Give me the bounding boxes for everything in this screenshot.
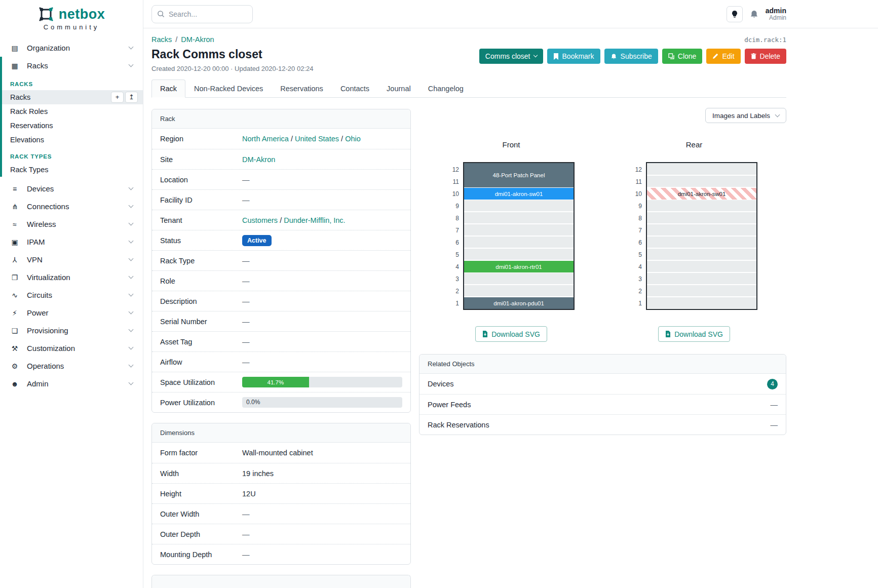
delete-button[interactable]: Delete [745, 49, 786, 64]
breadcrumb-link[interactable]: Racks [151, 35, 172, 44]
brand-logo[interactable]: netbox Community [0, 6, 143, 31]
rack-slot-empty[interactable] [464, 224, 574, 236]
rack-slot-empty[interactable] [647, 272, 756, 285]
rack-slot-empty[interactable] [464, 200, 574, 212]
sidebar-item-virtualization[interactable]: ❐Virtualization [0, 268, 143, 286]
edit-button[interactable]: Edit [706, 49, 740, 64]
clone-button[interactable]: Clone [662, 49, 703, 64]
search-box[interactable] [151, 5, 253, 23]
rear-label: Rear [686, 140, 703, 149]
attr-row: Serial Number— [152, 311, 410, 331]
attr-link[interactable]: North America [242, 135, 289, 143]
sidebar-item-rack-roles[interactable]: Rack Roles [2, 104, 143, 119]
import-button[interactable]: ↥ [125, 92, 138, 103]
related-object-row[interactable]: Rack Reservations— [419, 414, 786, 435]
front-label: Front [502, 140, 520, 149]
rack-slot-empty[interactable] [647, 212, 756, 224]
attr-link[interactable]: Customers [242, 216, 278, 224]
rack-device-48-port-patch-panel[interactable]: 48-Port Patch Panel [464, 163, 574, 187]
attr-link[interactable]: Dunder-Mifflin, Inc. [284, 216, 345, 224]
rack-slot-empty[interactable] [647, 297, 756, 309]
sidebar-item-devices[interactable]: ≡Devices [0, 180, 143, 198]
sidebar-item-label: Provisioning [27, 326, 68, 335]
sidebar-item-racks[interactable]: Racks+↥ [2, 90, 143, 104]
attr-label: Region [160, 135, 242, 143]
attr-label: Rack Type [160, 257, 242, 265]
sidebar-item-wireless[interactable]: ≈Wireless [0, 215, 143, 233]
rack-slot-empty[interactable] [464, 272, 574, 285]
breadcrumb-link[interactable]: DM-Akron [181, 35, 214, 44]
rear-rack-frame: dmi01-akron-sw01 [646, 162, 757, 310]
search-input[interactable] [169, 10, 240, 18]
attr-label: Description [160, 297, 242, 305]
rack-panel: Rack RegionNorth America / United States… [151, 109, 411, 413]
ipam-icon: ▣ [10, 238, 19, 246]
sidebar-item-elevations[interactable]: Elevations [2, 133, 143, 147]
tab-non-racked-devices[interactable]: Non-Racked Devices [185, 80, 272, 98]
related-object-row[interactable]: Devices4 [419, 374, 786, 394]
rack-slot-empty[interactable] [464, 248, 574, 260]
rack-device-dmi01-akron-pdu01[interactable]: dmi01-akron-pdu01 [464, 297, 574, 309]
sidebar-item-provisioning[interactable]: ❏Provisioning [0, 322, 143, 339]
tab-rack[interactable]: Rack [151, 80, 185, 98]
rack-device-dmi01-akron-rtr01[interactable]: dmi01-akron-rtr01 [464, 260, 574, 272]
download-svg-front-button[interactable]: Download SVG [475, 326, 547, 342]
sidebar-item-power[interactable]: ⚡Power [0, 304, 143, 322]
lightbulb-icon [731, 10, 738, 18]
rear-unit-numbers: 121110987654321 [631, 162, 642, 310]
subscribe-button[interactable]: Subscribe [604, 49, 658, 64]
rack-slot-empty[interactable] [647, 200, 756, 212]
view-select-button[interactable]: Comms closet [479, 49, 543, 64]
tab-reservations[interactable]: Reservations [272, 80, 332, 98]
rack-slot-empty[interactable] [647, 260, 756, 272]
tab-contacts[interactable]: Contacts [332, 80, 378, 98]
sidebar-item-customization[interactable]: ⚒Customization [0, 339, 143, 357]
chevron-down-icon [533, 53, 537, 57]
add-button[interactable]: + [111, 92, 124, 103]
sidebar-item-rack-types[interactable]: Rack Types [2, 163, 143, 177]
images-labels-select[interactable]: Images and Labels [705, 108, 786, 123]
sidebar-item-racks[interactable]: ▦Racks [2, 57, 143, 74]
rack-slot-empty[interactable] [647, 163, 756, 175]
sidebar-item-connections[interactable]: ⋔Connections [0, 198, 143, 215]
notifications-bell-icon[interactable] [750, 10, 758, 19]
tab-changelog[interactable]: Changelog [419, 80, 472, 98]
rack-slot-empty[interactable] [647, 175, 756, 187]
empty-dash: — [242, 196, 250, 204]
breadcrumb-separator: / [175, 35, 177, 44]
rack-slot-empty[interactable] [647, 248, 756, 260]
sidebar-nav: ▤Organization▦RacksRACKSRacks+↥Rack Role… [0, 39, 143, 393]
tab-bar: RackNon-Racked DevicesReservationsContac… [151, 80, 786, 98]
attr-row: RegionNorth America / United States / Oh… [152, 129, 410, 149]
rack-slot-empty[interactable] [464, 236, 574, 248]
left-column: Rack RegionNorth America / United States… [151, 108, 411, 588]
sidebar-item-ipam[interactable]: ▣IPAM [0, 233, 143, 251]
tab-journal[interactable]: Journal [378, 80, 419, 98]
sidebar-item-organization[interactable]: ▤Organization [0, 39, 143, 57]
download-svg-rear-button[interactable]: Download SVG [658, 326, 730, 342]
rack-slot-empty[interactable] [647, 285, 756, 297]
sidebar-item-circuits[interactable]: ∿Circuits [0, 286, 143, 304]
sidebar-item-label: Customization [27, 344, 75, 352]
sidebar-item-label: Rack Roles [10, 107, 48, 115]
sidebar-item-vpn[interactable]: ⅄VPN [0, 251, 143, 268]
rack-device-dmi01-akron-sw01[interactable]: dmi01-akron-sw01 [464, 187, 574, 200]
rack-slot-empty[interactable] [464, 285, 574, 297]
rack-attributes: RegionNorth America / United States / Oh… [152, 129, 410, 412]
empty-dash: — [242, 176, 250, 184]
related-object-row[interactable]: Power Feeds— [419, 394, 786, 414]
bookmark-button[interactable]: Bookmark [547, 49, 600, 64]
attr-link[interactable]: Ohio [345, 135, 361, 143]
theme-toggle-button[interactable] [727, 6, 743, 22]
rack-device-dmi01-akron-sw01[interactable]: dmi01-akron-sw01 [647, 187, 756, 200]
user-menu[interactable]: admin Admin [766, 7, 786, 22]
sidebar-item-reservations[interactable]: Reservations [2, 119, 143, 133]
rack-slot-empty[interactable] [464, 212, 574, 224]
sidebar-item-operations[interactable]: ⚙Operations [0, 357, 143, 375]
attr-link[interactable]: DM-Akron [242, 155, 275, 164]
rack-slot-empty[interactable] [647, 236, 756, 248]
sidebar-group-racks: ▦RacksRACKSRacks+↥Rack RolesReservations… [0, 57, 143, 177]
sidebar-item-admin[interactable]: ☻Admin [0, 375, 143, 393]
attr-link[interactable]: United States [295, 135, 339, 143]
rack-slot-empty[interactable] [647, 224, 756, 236]
